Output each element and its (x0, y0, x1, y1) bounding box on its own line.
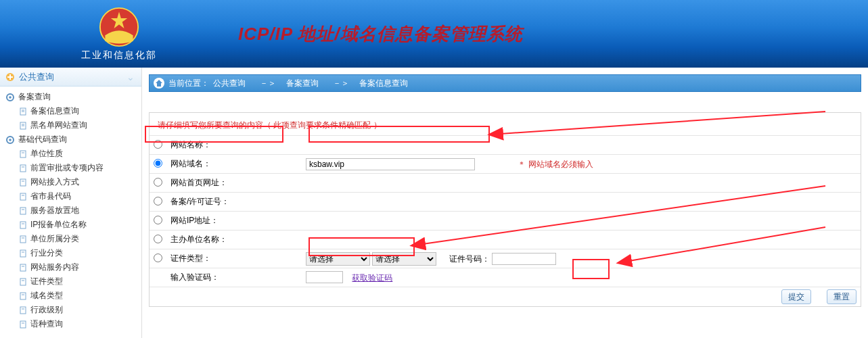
page-icon (19, 107, 27, 116)
input-cert-no[interactable] (492, 253, 556, 265)
radio-sitename[interactable] (154, 140, 162, 149)
svg-rect-27 (20, 236, 26, 243)
sidebar-item-blacklist[interactable]: 黑名单网站查询 (0, 118, 141, 132)
sidebar-item[interactable]: 行业分类 (0, 246, 141, 260)
breadcrumb-sep: －＞ (333, 78, 349, 89)
domain-required-note: ＊ 网站域名必须输入 (518, 160, 593, 169)
breadcrumb: 当前位置： 公共查询 －＞ 备案查询 －＞ 备案信息查询 (149, 74, 861, 92)
svg-rect-4 (7, 76, 13, 78)
sidebar-item[interactable]: 省市县代码 (0, 189, 141, 203)
form-row-homepage: 网站首页网址： (150, 174, 861, 193)
link-get-captcha[interactable]: 获取验证码 (352, 273, 392, 283)
sidebar-item-label: 黑名单网站查询 (30, 120, 87, 131)
page-icon (19, 235, 27, 243)
select-cert-type-2[interactable]: 请选择 (372, 252, 436, 266)
sidebar-item-label: 网站接入方式 (30, 176, 79, 188)
sidebar-item-label: 域名类型 (30, 290, 63, 301)
radio-org[interactable] (154, 235, 162, 243)
breadcrumb-sep: －＞ (260, 78, 276, 89)
form-row-domain: 网站域名： ＊ 网站域名必须输入 (150, 155, 861, 174)
breadcrumb-b[interactable]: 备案查询 (286, 78, 319, 89)
page-icon (19, 278, 27, 286)
label-cert: 证件类型： (166, 249, 302, 268)
svg-point-6 (9, 96, 12, 99)
sidebar-item-label: 网站服务内容 (30, 262, 79, 273)
radio-license[interactable] (154, 197, 162, 206)
sidebar-item-label: 行政级别 (30, 304, 63, 316)
svg-rect-21 (20, 193, 26, 200)
page-icon (19, 292, 27, 300)
main-layout: 公共查询 ⌄ 备案查询 备案信息查询 黑名单网站查询 基础代码查询 单位性质 (0, 68, 868, 338)
form-row-cert: 证件类型： 请选择 请选择 证件号码： (150, 249, 861, 268)
form-row-captcha: 输入验证码： 获取验证码 (150, 268, 861, 287)
sidebar-item[interactable]: 前置审批或专项内容 (0, 161, 141, 175)
sidebar-group-label: 基础代码查询 (18, 134, 67, 145)
page-icon (19, 207, 27, 215)
radio-domain[interactable] (154, 159, 162, 168)
reset-button[interactable]: 重置 (827, 289, 856, 304)
form-row-ip: 网站IP地址： (150, 212, 861, 231)
radio-cert[interactable] (154, 254, 162, 262)
sidebar-item-label: IP报备单位名称 (30, 219, 87, 231)
form-hint: 请仔细填写您所要查询的内容（ 此项查询要求条件精确匹配 ） (150, 113, 861, 135)
breadcrumb-c[interactable]: 备案信息查询 (359, 78, 408, 89)
national-emblem-icon (99, 7, 139, 47)
submit-button[interactable]: 提交 (781, 289, 811, 304)
sidebar-group-label: 备案查询 (18, 91, 51, 103)
sidebar-item[interactable]: 单位所属分类 (0, 232, 141, 246)
sidebar-item[interactable]: 单位性质 (0, 147, 141, 161)
sidebar-item-label: 单位所属分类 (30, 233, 79, 245)
svg-rect-15 (20, 151, 26, 158)
sidebar-item-label: 单位性质 (30, 148, 63, 160)
sidebar-item-label: 语种查询 (30, 318, 63, 330)
sidebar-header-icon (5, 72, 15, 82)
sidebar-item[interactable]: 语种查询 (0, 317, 141, 331)
sidebar-item-beian-info[interactable]: 备案信息查询 (0, 104, 141, 118)
sidebar-item-label: 省市县代码 (30, 191, 71, 202)
page-icon (19, 264, 27, 272)
sidebar-item[interactable]: 网站服务内容 (0, 260, 141, 274)
input-captcha[interactable] (306, 271, 343, 283)
sidebar-item[interactable]: 行政级别 (0, 303, 141, 317)
sidebar-item[interactable]: 网站接入方式 (0, 175, 141, 189)
page-icon (19, 122, 27, 130)
label-sitename: 网站名称： (166, 136, 302, 155)
sidebar-header[interactable]: 公共查询 ⌄ (0, 68, 141, 87)
form-row-sitename: 网站名称： (150, 136, 861, 155)
home-icon (154, 78, 164, 89)
query-form-panel: 请仔细填写您所要查询的内容（ 此项查询要求条件精确匹配 ） 网站名称： 网站域名… (149, 112, 861, 307)
breadcrumb-loc-label: 当前位置： (168, 78, 209, 89)
sidebar-item-label: 备案信息查询 (30, 105, 79, 117)
breadcrumb-a[interactable]: 公共查询 (213, 78, 246, 89)
input-domain[interactable] (306, 158, 475, 170)
svg-rect-25 (20, 222, 26, 228)
form-row-buttons: 提交 重置 (150, 287, 861, 307)
gear-icon (5, 135, 15, 145)
page-icon (19, 249, 27, 258)
svg-rect-39 (20, 321, 26, 328)
sidebar-item[interactable]: 证件类型 (0, 274, 141, 289)
page-icon (19, 193, 27, 201)
dept-name: 工业和信息化部 (81, 49, 157, 62)
sidebar-group-basecode[interactable]: 基础代码查询 (0, 132, 141, 147)
sidebar-header-label: 公共查询 (19, 68, 54, 87)
select-cert-type-1[interactable]: 请选择 (306, 252, 370, 266)
query-form-table: 网站名称： 网站域名： ＊ 网站域名必须输入 网站首页网址： (150, 135, 861, 306)
radio-homepage[interactable] (154, 178, 162, 187)
sidebar-collapse-icon[interactable]: ⌄ (127, 68, 135, 87)
page-icon (19, 221, 27, 229)
sidebar-item[interactable]: 服务器放置地 (0, 203, 141, 218)
sidebar-item[interactable]: IP报备单位名称 (0, 218, 141, 232)
page-icon (19, 164, 27, 172)
svg-rect-31 (20, 264, 26, 271)
svg-rect-33 (20, 279, 26, 285)
svg-rect-35 (20, 293, 26, 299)
sidebar-item[interactable]: 域名类型 (0, 289, 141, 303)
svg-rect-29 (20, 250, 26, 257)
sidebar-item-label: 行业分类 (30, 247, 63, 259)
radio-ip[interactable] (154, 216, 162, 224)
label-homepage: 网站首页网址： (166, 174, 302, 193)
page-icon (19, 178, 27, 187)
sidebar-group-beian[interactable]: 备案查询 (0, 90, 141, 104)
svg-rect-23 (20, 208, 26, 214)
